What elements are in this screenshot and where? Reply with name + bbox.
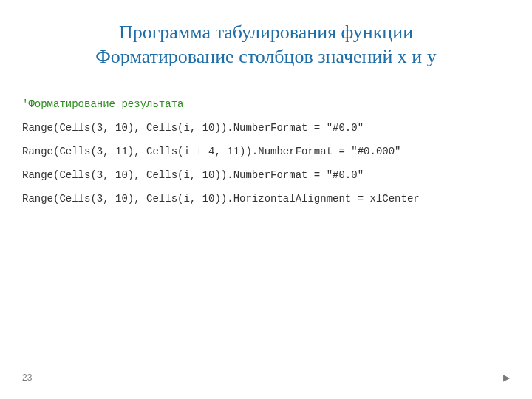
title-line-1: Программа табулирования функции [0, 21, 532, 45]
code-block: 'Форматирование результата Range(Cells(3… [0, 69, 532, 205]
code-line: Range(Cells(3, 10), Cells(i, 10)).Number… [22, 122, 364, 134]
arrow-icon: ▶ [503, 372, 510, 383]
code-line: Range(Cells(3, 10), Cells(i, 10)).Horizo… [22, 193, 420, 205]
code-comment: 'Форматирование результата [22, 98, 183, 110]
code-line: Range(Cells(3, 11), Cells(i + 4, 11)).Nu… [22, 146, 400, 157]
slide: Программа табулирования функции Форматир… [0, 0, 532, 399]
page-number: 23 [22, 372, 32, 383]
title-block: Программа табулирования функции Форматир… [0, 0, 532, 69]
footer: 23 ▶ [22, 372, 510, 383]
footer-rule [39, 378, 499, 378]
title-line-2: Форматирование столбцов значений x и y [0, 45, 532, 69]
code-line: Range(Cells(3, 10), Cells(i, 10)).Number… [22, 169, 364, 181]
